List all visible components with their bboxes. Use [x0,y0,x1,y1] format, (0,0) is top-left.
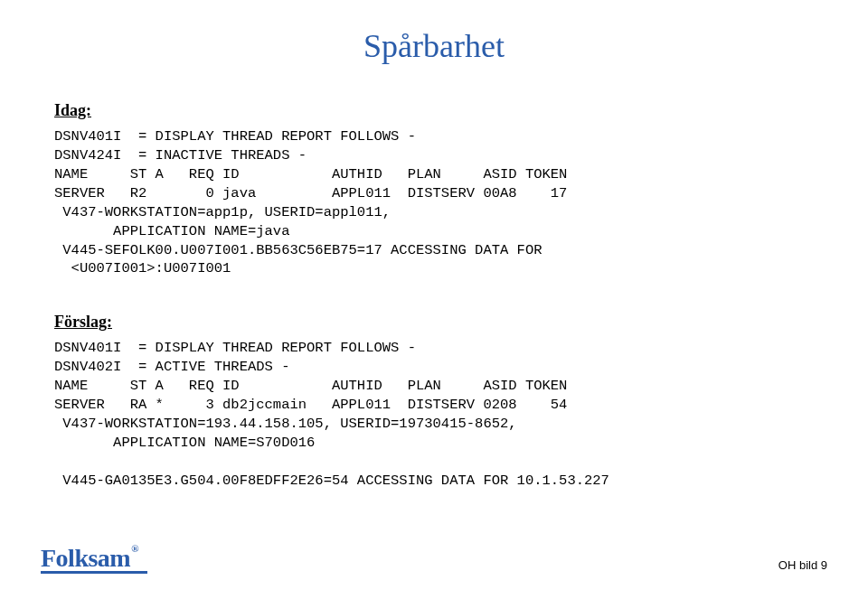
slide-number: OH bild 9 [778,558,827,572]
logo: Folksam® [41,544,147,574]
page-title: Spårbarhet [0,27,868,65]
content-area: Idag: DSNV401I = DISPLAY THREAD REPORT F… [0,101,868,491]
logo-text: Folksam® [41,544,137,573]
section2-label: Förslag: [54,313,814,332]
section1-label: Idag: [54,101,814,120]
logo-tm: ® [131,543,138,554]
logo-name: Folksam [41,544,130,572]
section1-code: DSNV401I = DISPLAY THREAD REPORT FOLLOWS… [54,127,814,278]
section2-code: DSNV401I = DISPLAY THREAD REPORT FOLLOWS… [54,339,814,490]
